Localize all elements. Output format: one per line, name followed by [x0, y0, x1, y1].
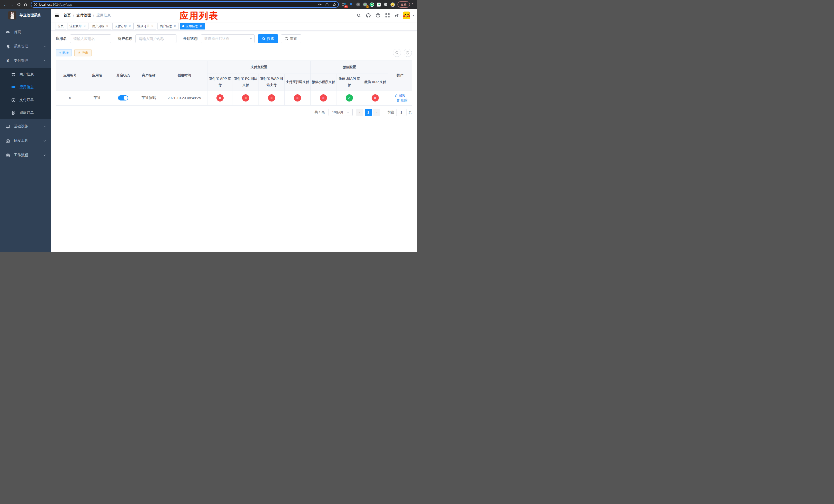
header-search-icon[interactable] [355, 12, 363, 19]
cell-wx-jsapi: ✓ [336, 91, 363, 106]
extensions-puzzle-icon[interactable] [383, 2, 388, 7]
user-avatar[interactable] [403, 12, 410, 19]
extension-chat-icon[interactable] [376, 2, 381, 7]
extension-y-icon[interactable]: y [370, 2, 374, 7]
add-button[interactable]: + 新增 [56, 49, 72, 56]
app-name-input[interactable] [70, 35, 111, 43]
next-page-button[interactable]: › [373, 109, 380, 116]
toggle-search-button[interactable] [393, 49, 401, 57]
tab-pay-orders[interactable]: 支付订单× [112, 23, 134, 29]
browser-home-button[interactable] [22, 1, 29, 8]
font-size-icon[interactable] [393, 12, 401, 19]
col-alipay-wap: 支付宝 WAP 网站支付 [259, 74, 285, 91]
close-icon[interactable]: × [199, 24, 202, 28]
dashboard-icon [5, 30, 10, 35]
goto-page-input[interactable] [396, 109, 407, 116]
cell-wx-app: ✕ [363, 91, 388, 106]
screen: ← → localhost:1024/pay/app [0, 0, 417, 252]
reload-icon [17, 3, 21, 6]
browser-back-button[interactable]: ← [2, 1, 9, 8]
cell-alipay-qr: ✕ [285, 91, 311, 106]
cell-alipay-app: ✕ [207, 91, 233, 106]
cell-status [110, 91, 136, 106]
svg-text:⌘: ⌘ [357, 3, 359, 6]
apps-table: 应用编号 应用名 开启状态 商户名称 创建时间 支付宝配置 微信配置 操作 支付… [56, 61, 412, 106]
browser-menu-icon[interactable]: ⋮ [410, 3, 415, 7]
refresh-table-button[interactable] [404, 49, 412, 57]
extension-balloon-icon[interactable] [349, 2, 353, 7]
merchant-name-input[interactable] [135, 35, 176, 43]
chevron-down-icon [250, 38, 252, 40]
sidebar-logo[interactable]: 芋道管理系统 [0, 9, 51, 22]
search-button[interactable]: 搜索 [258, 35, 278, 43]
reset-button[interactable]: 重置 [281, 35, 301, 43]
extension-recorder-icon[interactable]: 1 [363, 2, 367, 7]
col-alipay-pc: 支付宝 PC 网站支付 [233, 74, 259, 91]
browser-reload-button[interactable] [15, 1, 22, 8]
tab-refund-orders[interactable]: 退款订单× [135, 23, 156, 29]
svg-text:y: y [371, 3, 373, 6]
tab-app-info[interactable]: 应用信息× [180, 23, 205, 29]
status-toggle[interactable] [118, 95, 128, 100]
bookmark-star-icon[interactable] [331, 2, 337, 7]
tab-home[interactable]: 首页 [55, 23, 66, 29]
close-icon[interactable]: × [151, 24, 154, 28]
grid-table-icon [11, 85, 16, 90]
sidebar-item-app-info[interactable]: 应用信息 [0, 81, 51, 94]
cell-merchant: 芋道源码 [136, 91, 161, 106]
fullscreen-icon[interactable] [384, 12, 391, 19]
extension-command-icon[interactable]: ⌘ [356, 2, 360, 7]
site-info-icon[interactable] [34, 3, 37, 6]
sidebar-item-payment[interactable]: ¥ 支付管理 [0, 53, 51, 68]
current-page[interactable]: 1 [365, 109, 372, 116]
page-content: 应用名 商户名称 开启状态 请选择开启状态 搜索 [51, 31, 417, 252]
sidebar-item-refund-orders[interactable]: 退款订单 [0, 107, 51, 119]
password-key-icon[interactable] [317, 2, 323, 7]
cell-alipay-pc: ✕ [233, 91, 259, 106]
cell-alipay-wap: ✕ [259, 91, 285, 106]
status-select[interactable]: 请选择开启状态 [201, 35, 255, 43]
docs-help-icon[interactable] [374, 12, 382, 19]
close-icon[interactable]: × [83, 24, 86, 28]
tab-merchant-info[interactable]: 商户信息× [157, 23, 179, 29]
page-size-select[interactable]: 10条/页 [329, 109, 353, 116]
browser-toolbar: ← → localhost:1024/pay/app [0, 0, 417, 9]
filter-form: 应用名 商户名称 开启状态 请选择开启状态 搜索 [56, 35, 412, 43]
delete-link[interactable]: 删除 [396, 98, 408, 102]
tab-process-form[interactable]: 流程表单× [67, 23, 88, 29]
browser-forward-button[interactable]: → [9, 1, 15, 8]
sidebar-item-home[interactable]: 首页 [0, 25, 51, 39]
avatar-caret-icon[interactable]: ▾ [413, 14, 414, 17]
extension-diamond-icon[interactable]: 10 [342, 2, 347, 7]
sidebar-item-infrastructure[interactable]: 基础设施 [0, 119, 51, 134]
sidebar-item-pay-orders[interactable]: 支付订单 [0, 94, 51, 107]
tab-user-group[interactable]: 用户分组× [90, 23, 111, 29]
export-button[interactable]: 导出 [74, 49, 91, 56]
close-icon[interactable]: × [173, 24, 176, 28]
breadcrumb-home[interactable]: 首页 [64, 13, 71, 18]
profile-avatar-icon[interactable] [390, 2, 395, 7]
col-group-alipay: 支付宝配置 [207, 61, 311, 74]
browser-update-button[interactable]: 更新 [397, 1, 410, 8]
status-label: 开启状态 [183, 37, 197, 41]
sidebar-item-workflow[interactable]: 工作流程 [0, 148, 51, 162]
prev-page-button[interactable]: ‹ [356, 109, 364, 116]
sidebar-item-merchant-info[interactable]: 商户信息 [0, 68, 51, 81]
status-cross-icon: ✕ [294, 94, 301, 101]
cell-app-name: 芋道 [84, 91, 110, 106]
address-bar[interactable]: localhost:1024/pay/app [31, 1, 339, 8]
sidebar-toggle-button[interactable] [51, 9, 64, 22]
refresh-icon [406, 51, 410, 55]
breadcrumb-section[interactable]: 支付管理 [76, 13, 91, 18]
cell-app-id: 6 [56, 91, 84, 106]
close-icon[interactable]: × [106, 24, 109, 28]
github-icon[interactable] [365, 12, 372, 19]
share-icon[interactable] [324, 2, 330, 7]
close-icon[interactable]: × [128, 24, 131, 28]
table-toolbar: + 新增 导出 [56, 49, 412, 57]
sidebar-item-system[interactable]: 系统管理 [0, 39, 51, 53]
gear-icon [5, 44, 10, 49]
edit-link[interactable]: 修改 [395, 93, 406, 98]
sidebar-item-dev-tools[interactable]: 研发工具 [0, 134, 51, 148]
goto-label: 前往 [388, 110, 394, 115]
